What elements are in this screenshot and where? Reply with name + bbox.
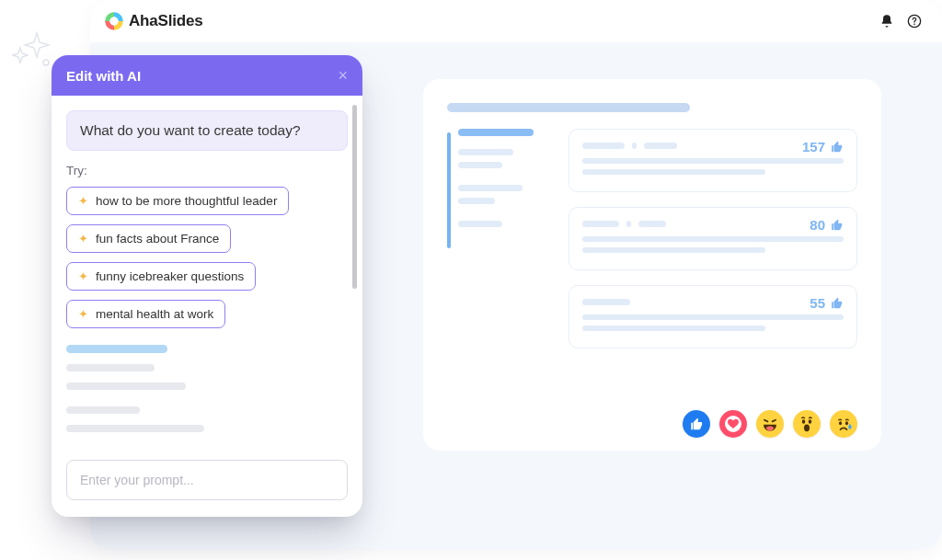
ph (458, 221, 502, 227)
prompt-area (52, 447, 362, 517)
ph (638, 221, 666, 227)
sparkle-icon: ✦ (78, 194, 88, 208)
ph (458, 198, 495, 204)
vote-count: 157 (802, 139, 844, 154)
try-label: Try: (66, 164, 348, 177)
suggestion-chip[interactable]: ✦ fun facts about France (66, 224, 231, 253)
thumb-up-icon (831, 219, 844, 232)
vote-count: 55 (810, 295, 844, 311)
slide-title-placeholder (447, 103, 690, 112)
ph (66, 345, 167, 353)
thumb-up-icon (831, 297, 844, 310)
svg-point-5 (759, 413, 781, 435)
chip-label: funny icebreaker questions (96, 269, 244, 283)
ai-loading-placeholders (66, 345, 348, 432)
brand-name: AhaSlides (129, 12, 202, 30)
thumb-up-icon (831, 141, 844, 154)
ph (66, 406, 140, 414)
reaction-haha-icon[interactable] (756, 410, 784, 438)
ai-edit-panel: Edit with AI × What do you want to creat… (52, 55, 362, 517)
vote-number: 80 (810, 217, 825, 233)
ph (582, 314, 844, 320)
sparkle-decoration (6, 26, 57, 77)
chip-label: how to be more thoughtful leader (96, 194, 277, 208)
scrollbar[interactable] (352, 105, 357, 289)
reaction-love-icon[interactable] (719, 410, 747, 438)
ph (458, 129, 534, 136)
svg-point-11 (839, 421, 842, 425)
ph (582, 158, 844, 164)
ai-hero-prompt: What do you want to create today? (66, 110, 348, 151)
brand-logo-icon (105, 12, 123, 30)
vote-card: 80 (569, 207, 857, 270)
svg-point-9 (804, 424, 810, 431)
suggestion-chips: ✦ how to be more thoughtful leader ✦ fun… (66, 187, 348, 328)
svg-point-10 (833, 413, 855, 435)
ph (582, 143, 625, 149)
ph (66, 425, 204, 432)
ph (582, 236, 844, 242)
ai-panel-title: Edit with AI (66, 68, 141, 84)
sparkle-icon: ✦ (78, 307, 88, 321)
help-icon[interactable] (907, 14, 922, 29)
svg-point-0 (43, 60, 49, 65)
sparkle-icon: ✦ (78, 269, 88, 283)
svg-point-6 (796, 413, 818, 435)
chip-label: mental health at work (96, 307, 213, 321)
ph (66, 364, 155, 371)
slide-preview: 157 (423, 79, 881, 451)
ph (582, 247, 765, 253)
svg-point-12 (845, 421, 848, 425)
ph (582, 299, 630, 305)
ph (582, 169, 765, 175)
reaction-like-icon[interactable] (683, 410, 710, 438)
ph (626, 221, 631, 227)
ph (632, 143, 637, 149)
close-icon[interactable]: × (338, 67, 348, 84)
vote-count: 80 (810, 217, 844, 233)
ph (458, 149, 513, 155)
reaction-sad-icon[interactable] (830, 410, 857, 438)
ai-panel-body: What do you want to create today? Try: ✦… (52, 96, 362, 447)
accent-bar (447, 132, 451, 248)
reaction-wow-icon[interactable] (793, 410, 821, 438)
slide-side-placeholders (447, 129, 548, 349)
vote-card: 55 (569, 285, 857, 349)
ph (66, 383, 186, 390)
header-actions (879, 14, 922, 29)
vote-card: 157 (569, 129, 857, 192)
app-header: AhaSlides (90, 0, 942, 42)
suggestion-chip[interactable]: ✦ funny icebreaker questions (66, 262, 256, 291)
prompt-input[interactable] (66, 460, 348, 500)
reactions-bar (683, 410, 857, 438)
ph (582, 326, 765, 331)
vote-cards: 157 (569, 129, 857, 349)
ai-panel-header: Edit with AI × (52, 55, 362, 96)
brand: AhaSlides (105, 12, 202, 30)
suggestion-chip[interactable]: ✦ mental health at work (66, 300, 225, 328)
sparkle-icon: ✦ (78, 232, 88, 246)
svg-point-2 (913, 23, 915, 25)
notifications-icon[interactable] (879, 14, 894, 29)
svg-point-8 (809, 419, 811, 424)
svg-point-7 (802, 419, 805, 424)
chip-label: fun facts about France (96, 232, 219, 246)
ph (644, 143, 677, 149)
ph (458, 162, 502, 168)
vote-number: 157 (802, 139, 825, 154)
ph (458, 185, 523, 191)
vote-number: 55 (810, 295, 825, 311)
ph (582, 221, 619, 227)
suggestion-chip[interactable]: ✦ how to be more thoughtful leader (66, 187, 289, 215)
